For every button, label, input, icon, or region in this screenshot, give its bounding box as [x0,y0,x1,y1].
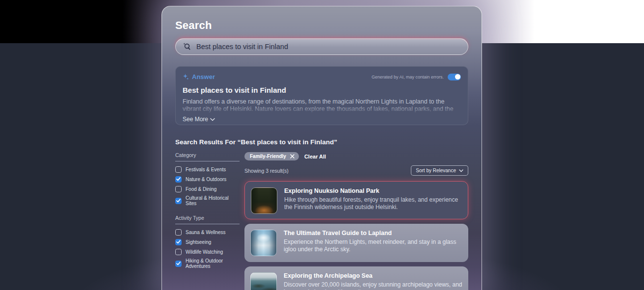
search-bar[interactable] [175,38,468,55]
result-card-list: Exploring Nuuksio National Park Hike thr… [244,181,468,290]
filter-chip-family-friendly[interactable]: Family-Friendly [244,152,299,160]
answer-label: Answer [192,73,215,80]
filter-item-label: Sightseeing [186,239,211,245]
filter-item-food-dining[interactable]: Food & Dining [175,185,240,192]
search-page-panel: Search Answer Generated b [161,6,482,290]
results-heading: Search Results For “Best places to visit… [175,138,468,146]
result-card-lapland[interactable]: The Ultimate Travel Guide to Lapland Exp… [244,224,468,262]
close-icon[interactable] [290,154,295,158]
chevron-down-icon [459,169,463,172]
filters-sidebar: Category Festivals & Events Nature & Out… [175,152,240,290]
filter-item-label: Sauna & Wellness [186,230,226,235]
result-card-title: The Ultimate Travel Guide to Lapland [284,230,462,237]
filter-item-label: Cultural & Historical Sites [186,195,240,206]
sort-dropdown[interactable]: Sort by Relevance [411,165,468,176]
answer-body-fade [183,105,461,113]
filter-item-label: Nature & Outdoors [186,177,226,182]
checkbox-unchecked-icon[interactable] [175,229,182,236]
filter-item-sightseeing[interactable]: Sightseeing [175,238,240,245]
category-group-label: Category [175,152,240,161]
chevron-down-icon [210,118,215,121]
filter-item-label: Wildlife Watching [186,249,223,255]
checkbox-unchecked-icon[interactable] [175,166,182,173]
checkbox-checked-icon[interactable] [175,198,182,204]
checkbox-unchecked-icon[interactable] [175,186,182,192]
answer-title: Best places to visit in Finland [183,86,461,94]
result-card-title: Exploring the Archipelago Sea [284,272,462,279]
filter-item-festivals-events[interactable]: Festivals & Events [175,166,240,173]
checkbox-unchecked-icon[interactable] [175,249,182,255]
archipelago-thumbnail [250,272,277,290]
sparkle-icon [183,74,189,80]
filter-item-label: Festivals & Events [186,167,226,172]
filter-item-hiking-outdoor[interactable]: Hiking & Outdoor Adventures [175,258,240,269]
category-filter-list: Festivals & Events Nature & Outdoors Foo… [175,161,240,206]
answer-panel: Answer Generated by AI, may contain erro… [175,66,468,125]
result-card-nuuksio[interactable]: Exploring Nuuksio National Park Hike thr… [244,181,468,219]
filter-chip-label: Family-Friendly [250,154,286,159]
clear-all-button[interactable]: Clear All [304,154,326,159]
ai-search-icon [183,42,191,51]
search-input[interactable] [196,43,461,51]
filter-item-label: Hiking & Outdoor Adventures [186,258,240,269]
filter-item-wildlife-watching[interactable]: Wildlife Watching [175,248,240,255]
results-count: Showing 3 result(s) [244,168,289,174]
filter-item-sauna-wellness[interactable]: Sauna & Wellness [175,229,240,236]
snowy-forest-thumbnail [250,230,277,256]
filter-item-nature-outdoors[interactable]: Nature & Outdoors [175,176,240,183]
see-more-button[interactable]: See More [183,116,215,123]
activity-type-filter-list: Sauna & Wellness Sightseeing Wildlife Wa… [175,224,240,269]
checkbox-checked-icon[interactable] [175,261,182,267]
ai-answer-toggle[interactable] [448,74,461,80]
page-title: Search [175,19,468,32]
result-card-archipelago[interactable]: Exploring the Archipelago Sea Discover o… [244,266,468,290]
checkbox-checked-icon[interactable] [175,239,182,245]
filter-item-cultural-historical[interactable]: Cultural & Historical Sites [175,195,240,206]
result-card-description: Discover over 20,000 islands, enjoy stun… [284,281,462,290]
filter-item-label: Food & Dining [186,186,216,192]
see-more-label: See More [183,116,208,123]
forest-path-thumbnail [251,187,277,214]
checkbox-checked-icon[interactable] [175,176,182,183]
result-card-description: Experience the Northern Lights, meet rei… [284,238,462,253]
ai-disclaimer-text: Generated by AI, may contain errors. [372,75,444,79]
result-card-description: Hike through beautiful forests, enjoy tr… [284,196,462,211]
results-column: Family-Friendly Clear All Showing 3 resu… [244,152,468,290]
result-card-title: Exploring Nuuksio National Park [284,187,462,194]
toggle-knob [455,74,460,79]
sort-dropdown-label: Sort by Relevance [416,168,456,173]
activity-type-group-label: Activity Type [175,215,240,224]
